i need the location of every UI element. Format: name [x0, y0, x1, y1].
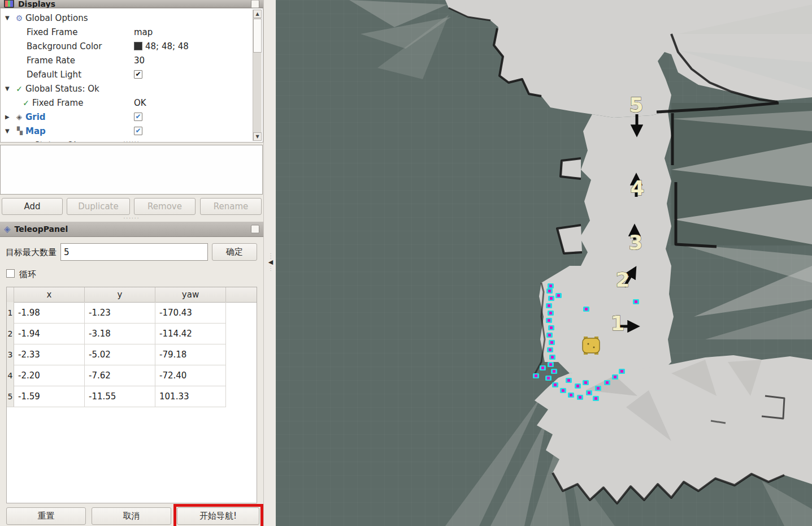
- cell-y[interactable]: -11.55: [85, 386, 155, 407]
- cell-yaw[interactable]: -114.42: [155, 323, 226, 344]
- occupancy-grid-map: 1 2 3 4 5: [276, 0, 812, 526]
- grid-enabled-checkbox[interactable]: ✔: [134, 113, 142, 121]
- cell-x[interactable]: -1.59: [14, 386, 85, 407]
- robot-model: [583, 337, 600, 355]
- expand-arrow-icon[interactable]: ▼: [5, 15, 13, 21]
- waypoint-label-3: 3: [628, 231, 642, 254]
- cell-x[interactable]: -1.98: [14, 302, 85, 323]
- max-goals-input[interactable]: [60, 243, 208, 261]
- annotation-highlight: [173, 504, 263, 526]
- collapse-arrow-icon[interactable]: ▶: [5, 114, 13, 120]
- cell-y[interactable]: -1.23: [85, 302, 155, 323]
- confirm-button[interactable]: 确定: [212, 243, 257, 261]
- teleop-panel-titlebar[interactable]: ◈ TeleopPanel: [0, 222, 263, 237]
- tree-row-fixed-frame-status[interactable]: ✓ Fixed Frame OK: [1, 96, 263, 110]
- loop-checkbox[interactable]: [6, 269, 15, 278]
- handle-dots: ···: [270, 265, 271, 272]
- displays-panel-titlebar[interactable]: Displays: [0, 0, 263, 8]
- gear-icon: ⚙: [13, 14, 25, 23]
- displays-tree[interactable]: ▼ ⚙ Global Options Fixed Frame map Backg…: [0, 8, 263, 143]
- teleop-float-button[interactable]: [251, 225, 259, 234]
- cell-x[interactable]: -1.94: [14, 323, 85, 344]
- row-number[interactable]: 5: [7, 386, 14, 407]
- rename-button[interactable]: Rename: [200, 198, 262, 215]
- tree-row-map[interactable]: ▼ ▚ Map ✔: [1, 124, 244, 138]
- column-header-x[interactable]: x: [14, 287, 85, 302]
- display-description-box: [0, 145, 263, 195]
- max-goals-label: 目标最大数量: [6, 247, 57, 258]
- map-display-icon: ▚: [13, 127, 25, 135]
- tree-row-fixed-frame[interactable]: Fixed Frame map: [1, 25, 263, 39]
- status-ok-check-icon: ✓: [20, 98, 32, 107]
- scrollbar-thumb[interactable]: [253, 19, 262, 53]
- table-row[interactable]: 2 -1.94 -3.18 -114.42: [7, 323, 226, 344]
- tree-row-default-light[interactable]: Default Light ✔: [1, 67, 263, 81]
- cell-yaw[interactable]: 101.33: [155, 386, 226, 407]
- scroll-up-icon[interactable]: ▲: [253, 10, 262, 18]
- teleop-panel-icon: ◈: [4, 225, 11, 234]
- table-row[interactable]: 3 -2.33 -5.02 -79.18: [7, 344, 226, 365]
- header-filler: [226, 287, 257, 302]
- row-number[interactable]: 4: [7, 365, 14, 386]
- map-enabled-checkbox[interactable]: ✔: [134, 127, 142, 135]
- collapse-handle[interactable]: ··· ◀ ···: [267, 248, 275, 277]
- scroll-down-icon[interactable]: ▼: [253, 132, 262, 141]
- loop-label: 循环: [19, 269, 36, 280]
- remove-button[interactable]: Remove: [134, 198, 196, 215]
- cell-y[interactable]: -3.18: [85, 323, 155, 344]
- cell-yaw[interactable]: -72.40: [155, 365, 226, 386]
- duplicate-button[interactable]: Duplicate: [67, 198, 130, 215]
- add-button[interactable]: Add: [2, 198, 63, 215]
- tree-row-frame-rate[interactable]: Frame Rate 30: [1, 53, 263, 67]
- status-ok-check-icon: ✓: [13, 84, 25, 93]
- fixed-frame-value[interactable]: map: [134, 27, 153, 37]
- fixed-frame-status-value: OK: [134, 98, 146, 108]
- cell-yaw[interactable]: -79.18: [155, 344, 226, 365]
- table-row[interactable]: 5 -1.59 -11.55 101.33: [7, 386, 226, 407]
- column-header-yaw[interactable]: yaw: [155, 287, 226, 302]
- table-header-row: x y yaw: [7, 287, 257, 303]
- cancel-button[interactable]: 取消: [92, 507, 171, 525]
- waypoint-label-1: 1: [610, 312, 624, 335]
- waypoint-label-5: 5: [629, 93, 643, 117]
- tree-row-global-status[interactable]: ▼ ✓ Global Status: Ok: [1, 81, 244, 96]
- displays-icon: [4, 0, 14, 8]
- cell-x[interactable]: -2.33: [14, 344, 85, 365]
- rviz-3d-viewport[interactable]: 1 2 3 4 5: [276, 0, 812, 526]
- cell-yaw[interactable]: -170.43: [155, 302, 226, 323]
- table-row[interactable]: 4 -2.20 -7.62 -72.40: [7, 365, 226, 386]
- tree-scrollbar[interactable]: ▲ ▼: [253, 10, 262, 141]
- row-number[interactable]: 3: [7, 344, 14, 365]
- background-color-value[interactable]: 48; 48; 48: [134, 41, 189, 51]
- cell-y[interactable]: -5.02: [85, 344, 155, 365]
- panel-splitter[interactable]: ······: [0, 217, 263, 221]
- frame-rate-value[interactable]: 30: [134, 55, 145, 66]
- default-light-checkbox[interactable]: ✔: [134, 70, 142, 79]
- panel-map-divider[interactable]: ··· ◀ ···: [263, 0, 276, 526]
- tree-row-grid[interactable]: ▶ ◈ Grid ✔: [1, 110, 244, 124]
- table-row[interactable]: 1 -1.98 -1.23 -170.43: [7, 302, 226, 324]
- reset-button[interactable]: 重置: [6, 507, 86, 525]
- waypoint-table[interactable]: x y yaw 1 -1.98 -1.23 -170.43 2 -1.94 -3…: [6, 287, 257, 503]
- teleop-panel-title: TeleopPanel: [15, 225, 68, 234]
- rviz-window: { "displays_panel": { "title": "Displays…: [0, 0, 812, 526]
- left-panel-column: Displays ▼ ⚙ Global Options Fixed Frame …: [0, 0, 263, 526]
- column-header-y[interactable]: y: [85, 287, 155, 302]
- tree-row-background-color[interactable]: Background Color 48; 48; 48: [1, 39, 263, 53]
- expand-arrow-icon[interactable]: ▼: [5, 85, 13, 92]
- waypoint-label-2: 2: [615, 268, 629, 291]
- row-number[interactable]: 2: [7, 323, 14, 344]
- tree-row-global-options[interactable]: ▼ ⚙ Global Options: [1, 11, 244, 25]
- displays-float-button[interactable]: [251, 0, 259, 8]
- cell-x[interactable]: -2.20: [14, 365, 85, 386]
- corner-header[interactable]: [7, 287, 14, 302]
- row-number[interactable]: 1: [7, 302, 14, 323]
- waypoint-label-4: 4: [630, 176, 644, 200]
- grid-display-icon: ◈: [13, 113, 25, 121]
- panel-splitter[interactable]: ······: [0, 141, 263, 144]
- cell-y[interactable]: -7.62: [85, 365, 155, 386]
- expand-arrow-icon[interactable]: ▼: [5, 128, 13, 134]
- displays-panel-title: Displays: [18, 0, 55, 8]
- color-swatch: [134, 42, 142, 50]
